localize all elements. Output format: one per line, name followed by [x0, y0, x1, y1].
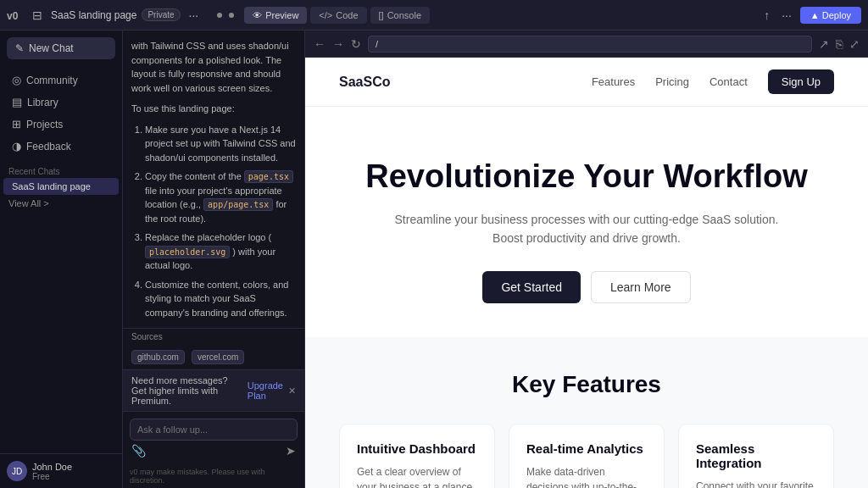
nav-link-pricing[interactable]: Pricing	[655, 75, 689, 88]
preview-nav-links: Features Pricing Contact Sign Up	[592, 69, 834, 94]
deploy-button[interactable]: ▲ Deploy	[800, 7, 861, 24]
private-badge: Private	[142, 8, 180, 21]
attach-icon[interactable]: 📎	[131, 444, 146, 458]
features-section: Key Features Intuitive Dashboard Get a c…	[305, 337, 868, 488]
input-bottom: 📎 ➤	[130, 441, 298, 459]
chat-input-area: 📎 ➤	[123, 411, 304, 466]
nav-buttons: ← → ↻	[312, 36, 363, 53]
feature-title-3: Seamless Integration	[696, 441, 816, 470]
code-pagetsx: page.tsx	[244, 170, 293, 183]
more-options-button[interactable]: ···	[186, 7, 203, 24]
library-icon: ▤	[12, 96, 22, 108]
features-grid-row1: Intuitive Dashboard Get a clear overview…	[339, 424, 834, 488]
chat-content: with Tailwind CSS and uses shadon/ui com…	[123, 30, 304, 328]
svg-text:v0: v0	[7, 10, 19, 21]
open-in-new-button[interactable]: ↗	[817, 36, 831, 53]
sidebar-footer: JD John Doe Free	[0, 453, 122, 488]
feature-desc-1: Get a clear overview of your business at…	[357, 464, 477, 488]
edit-icon: ✎	[15, 42, 24, 54]
user-name: John Doe	[32, 462, 115, 472]
hero-buttons: Get Started Learn More	[339, 271, 834, 303]
get-started-button[interactable]: Get Started	[482, 271, 581, 303]
tab-preview[interactable]: 👁 Preview	[244, 7, 307, 24]
sidebar-toggle[interactable]: ⊟	[29, 7, 46, 24]
features-title: Key Features	[339, 371, 834, 398]
browser-area: ← → ↻ / ↗ ⎘ ⤢ SaaSCo Features Pricing Co	[305, 30, 868, 488]
top-bar: v0 ⊟ SaaS landing page Private ··· 👁 Pre…	[0, 0, 868, 30]
code-icon: </>	[319, 10, 332, 20]
sidebar-item-feedback[interactable]: ◑ Feedback	[3, 136, 119, 157]
back-button[interactable]: ←	[312, 36, 327, 53]
chat-step-1: Make sure you have a Next.js 14 project …	[145, 123, 296, 165]
nav-back[interactable]	[217, 13, 222, 18]
hero-title: Revolutionize Your Workflow	[339, 158, 834, 197]
nav-fwd[interactable]	[229, 13, 234, 18]
tab-code[interactable]: </> Code	[310, 7, 366, 24]
sources-label: Sources	[123, 328, 304, 345]
recent-saas-landing[interactable]: SaaS landing page	[3, 178, 119, 195]
preview-icon: 👁	[253, 10, 262, 20]
page-title: SaaS landing page	[51, 9, 136, 21]
chat-text-2: To use this landing page:	[131, 102, 296, 116]
hero-subtitle: Streamline your business processes with …	[339, 210, 834, 248]
chat-text-1: with Tailwind CSS and uses shadon/ui com…	[131, 39, 296, 95]
community-icon: ◎	[12, 74, 21, 86]
source-chip-1[interactable]: github.com	[131, 350, 185, 364]
sources-area: github.com vercel.com	[123, 345, 304, 369]
chat-step-3: Replace the placeholder logo ( placehold…	[145, 230, 296, 273]
signup-button[interactable]: Sign Up	[768, 69, 834, 94]
user-row: JD John Doe Free	[7, 461, 115, 481]
upgrade-link[interactable]: Upgrade Plan	[248, 380, 283, 401]
send-icon[interactable]: ➤	[286, 444, 296, 458]
upgrade-text: Need more messages? Get higher limits wi…	[131, 375, 242, 406]
projects-icon: ⊞	[12, 118, 21, 130]
user-plan: Free	[32, 472, 115, 481]
browser-bar: ← → ↻ / ↗ ⎘ ⤢	[305, 30, 868, 58]
sidebar-top: ✎ New Chat	[0, 30, 122, 66]
feedback-icon: ◑	[12, 140, 21, 152]
chat-input[interactable]	[130, 419, 298, 441]
url-bar[interactable]: /	[368, 36, 812, 53]
sidebar-nav: ◎ Community ▤ Library ⊞ Projects ◑ Feedb…	[0, 66, 122, 160]
nav-link-features[interactable]: Features	[592, 75, 635, 88]
logo-icon: v0	[7, 9, 24, 21]
user-info: John Doe Free	[32, 462, 115, 481]
feature-title-2: Real-time Analytics	[526, 441, 647, 456]
chat-panel: with Tailwind CSS and uses shadon/ui com…	[123, 30, 305, 488]
close-upgrade-button[interactable]: ✕	[288, 385, 296, 396]
console-icon: []	[379, 10, 384, 20]
preview-navbar: SaaSCo Features Pricing Contact Sign Up	[305, 58, 868, 107]
sidebar-item-community[interactable]: ◎ Community	[3, 69, 119, 91]
tab-area: 👁 Preview </> Code [] Console	[217, 7, 430, 24]
browser-right-icons: ↗ ⎘ ⤢	[817, 36, 861, 53]
sidebar-item-projects[interactable]: ⊞ Projects	[3, 114, 119, 135]
feature-desc-2: Make data-driven decisions with up-to-th…	[526, 464, 647, 488]
share-button[interactable]: ↑	[760, 7, 773, 24]
forward-button[interactable]: →	[331, 36, 346, 53]
preview-logo: SaaSCo	[339, 75, 592, 90]
disclaimer: v0 may make mistakes. Please use with di…	[123, 466, 304, 488]
top-more-button[interactable]: ···	[778, 7, 795, 24]
learn-more-button[interactable]: Learn More	[591, 271, 691, 303]
chat-step-4: Customize the content, colors, and styli…	[145, 278, 296, 320]
preview-frame: SaaSCo Features Pricing Contact Sign Up …	[305, 58, 868, 488]
code-approute: app/page.tsx	[203, 198, 273, 211]
expand-button[interactable]: ⤢	[848, 36, 861, 53]
avatar: JD	[7, 461, 27, 481]
tab-console[interactable]: [] Console	[370, 7, 430, 24]
refresh-button[interactable]: ↻	[349, 36, 363, 53]
nav-link-contact[interactable]: Contact	[709, 75, 748, 88]
feature-card-dashboard: Intuitive Dashboard Get a clear overview…	[339, 424, 495, 488]
sidebar-item-library[interactable]: ▤ Library	[3, 92, 119, 113]
source-chip-2[interactable]: vercel.com	[192, 350, 244, 364]
feature-desc-3: Connect with your favorite tools effortl…	[696, 479, 816, 488]
code-placeholder: placeholder.svg	[145, 246, 230, 258]
new-chat-button[interactable]: ✎ New Chat	[7, 37, 115, 59]
feature-title-1: Intuitive Dashboard	[357, 441, 477, 456]
chat-steps: Make sure you have a Next.js 14 project …	[131, 123, 296, 320]
chat-step-2: Copy the content of the page.tsx file in…	[145, 169, 296, 225]
main-layout: ✎ New Chat ◎ Community ▤ Library ⊞ Proje…	[0, 30, 868, 488]
view-all-link[interactable]: View All >	[0, 195, 122, 212]
copy-link-button[interactable]: ⎘	[834, 36, 844, 53]
recent-label: Recent Chats	[0, 160, 122, 178]
